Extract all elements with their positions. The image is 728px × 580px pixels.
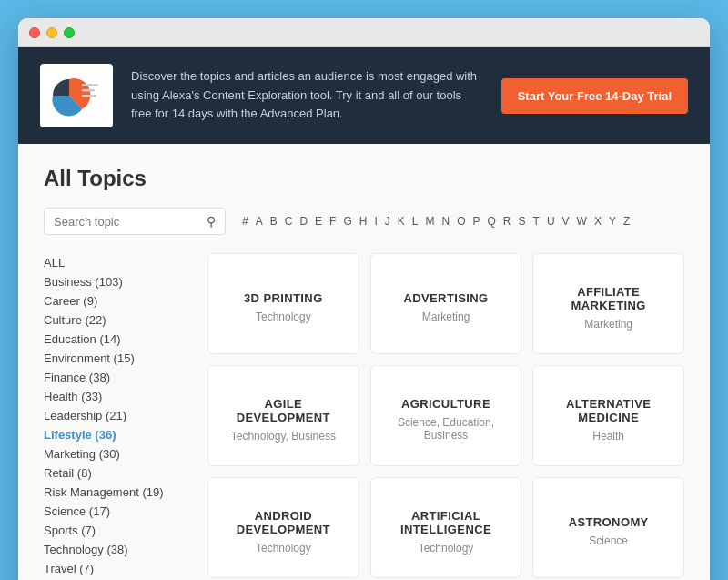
main-layout: ALLBusiness (103)Career (9)Culture (22)E… bbox=[44, 253, 684, 578]
alpha-char-p[interactable]: P bbox=[471, 214, 482, 229]
sidebar-item[interactable]: Risk Management (19) bbox=[44, 483, 193, 502]
alpha-char-g[interactable]: G bbox=[341, 214, 353, 229]
sidebar-item[interactable]: Culture (22) bbox=[44, 310, 193, 330]
topic-category: Technology, Business bbox=[231, 430, 336, 443]
alpha-char-a[interactable]: A bbox=[254, 214, 265, 229]
content-area: All Topics ⚲ #ABCDEFGHIJKLMNOPQRSTUVWXYZ… bbox=[18, 144, 710, 580]
alpha-char-x[interactable]: X bbox=[592, 214, 603, 229]
topic-card[interactable]: ADVERTISINGMarketing bbox=[370, 253, 522, 354]
sidebar-item[interactable]: Lifestyle (36) bbox=[44, 425, 193, 444]
alpha-char-b[interactable]: B bbox=[268, 214, 279, 229]
topic-category: Marketing bbox=[584, 318, 632, 331]
alphabet-nav: #ABCDEFGHIJKLMNOPQRSTUVWXYZ bbox=[240, 214, 632, 229]
topic-card[interactable]: AGILE DEVELOPMENTTechnology, Business bbox=[207, 365, 359, 466]
sidebar-item[interactable]: Science (17) bbox=[44, 502, 193, 521]
alpha-char-n[interactable]: N bbox=[440, 214, 451, 229]
topic-card[interactable]: ARTIFICIAL INTELLIGENCETechnology bbox=[370, 477, 522, 578]
topic-category: Science, Education, Business bbox=[382, 416, 511, 442]
sidebar: ALLBusiness (103)Career (9)Culture (22)E… bbox=[44, 253, 207, 578]
topic-name: ANDROID DEVELOPMENT bbox=[219, 509, 348, 536]
close-button[interactable] bbox=[29, 27, 40, 38]
svg-rect-3 bbox=[82, 95, 96, 97]
sidebar-item[interactable]: Travel (7) bbox=[44, 559, 193, 578]
topic-category: Technology bbox=[256, 310, 311, 323]
topic-category: Technology bbox=[256, 542, 311, 555]
topic-card[interactable]: AFFILIATE MARKETINGMarketing bbox=[532, 253, 684, 354]
titlebar bbox=[18, 18, 710, 47]
alpha-char-v[interactable]: V bbox=[561, 214, 571, 229]
topic-card[interactable]: ANDROID DEVELOPMENTTechnology bbox=[207, 477, 359, 578]
search-alphabet-row: ⚲ #ABCDEFGHIJKLMNOPQRSTUVWXYZ bbox=[44, 208, 684, 235]
sidebar-item[interactable]: Marketing (30) bbox=[44, 444, 193, 463]
topic-name: AGILE DEVELOPMENT bbox=[219, 397, 348, 424]
topic-name: 3D PRINTING bbox=[244, 291, 323, 305]
topic-card[interactable]: AGRICULTUREScience, Education, Business bbox=[370, 365, 522, 466]
alpha-char-z[interactable]: Z bbox=[622, 214, 632, 229]
alpha-char-w[interactable]: W bbox=[575, 214, 589, 229]
search-input[interactable] bbox=[54, 215, 207, 229]
trial-cta-button[interactable]: Start Your Free 14-Day Trial bbox=[501, 78, 688, 114]
sidebar-item[interactable]: Leadership (21) bbox=[44, 406, 193, 425]
search-box[interactable]: ⚲ bbox=[44, 208, 226, 235]
alpha-char-d[interactable]: D bbox=[298, 214, 309, 229]
topic-category: Technology bbox=[419, 542, 474, 555]
banner-description: Discover the topics and articles an audi… bbox=[131, 67, 483, 124]
sidebar-item[interactable]: Finance (38) bbox=[44, 368, 193, 387]
sidebar-item[interactable]: ALL bbox=[44, 253, 193, 272]
alpha-char-q[interactable]: Q bbox=[486, 214, 498, 229]
alpha-char-i[interactable]: I bbox=[372, 214, 379, 229]
topic-category: Health bbox=[592, 430, 624, 443]
sidebar-item[interactable]: Health (33) bbox=[44, 387, 193, 406]
topic-card[interactable]: ASTRONOMYScience bbox=[532, 477, 684, 578]
sidebar-item[interactable]: Sports (7) bbox=[44, 521, 193, 540]
topics-grid: 3D PRINTINGTechnologyADVERTISINGMarketin… bbox=[207, 253, 684, 578]
alpha-char-f[interactable]: F bbox=[328, 214, 338, 229]
app-window: Discover the topics and articles an audi… bbox=[18, 18, 710, 580]
alpha-char-l[interactable]: L bbox=[410, 214, 420, 229]
topic-name: AFFILIATE MARKETING bbox=[544, 285, 672, 312]
sidebar-item[interactable]: Career (9) bbox=[44, 291, 193, 310]
alpha-char-r[interactable]: R bbox=[501, 214, 513, 229]
alpha-char-e[interactable]: E bbox=[313, 214, 324, 229]
alpha-char-u[interactable]: U bbox=[545, 214, 557, 229]
alpha-char-t[interactable]: T bbox=[531, 214, 541, 229]
sidebar-item[interactable]: Retail (8) bbox=[44, 463, 193, 483]
minimize-button[interactable] bbox=[46, 27, 57, 38]
sidebar-item[interactable]: Environment (15) bbox=[44, 349, 193, 368]
alpha-char-o[interactable]: O bbox=[455, 214, 467, 229]
sidebar-item[interactable]: Education (14) bbox=[44, 330, 193, 349]
alpha-char-s[interactable]: S bbox=[517, 214, 528, 229]
alpha-char-j[interactable]: J bbox=[383, 214, 392, 229]
topic-card[interactable]: ALTERNATIVE MEDICINEHealth bbox=[532, 365, 684, 466]
topic-category: Science bbox=[589, 534, 628, 547]
topic-name: ADVERTISING bbox=[403, 291, 488, 305]
sidebar-item[interactable]: Technology (38) bbox=[44, 540, 193, 559]
alpha-char-k[interactable]: K bbox=[396, 214, 407, 229]
page-title: All Topics bbox=[44, 166, 684, 191]
maximize-button[interactable] bbox=[64, 27, 75, 38]
topic-name: ALTERNATIVE MEDICINE bbox=[544, 397, 672, 424]
alpha-char-c[interactable]: C bbox=[283, 214, 295, 229]
promo-banner: Discover the topics and articles an audi… bbox=[18, 47, 710, 144]
alpha-char-y[interactable]: Y bbox=[607, 214, 618, 229]
topic-name: AGRICULTURE bbox=[401, 397, 490, 411]
svg-rect-1 bbox=[82, 84, 98, 86]
topic-name: ASTRONOMY bbox=[569, 515, 649, 529]
topic-category: Marketing bbox=[422, 310, 470, 323]
topic-name: ARTIFICIAL INTELLIGENCE bbox=[382, 509, 511, 536]
topic-card[interactable]: 3D PRINTINGTechnology bbox=[207, 253, 359, 354]
alpha-char-h[interactable]: H bbox=[358, 214, 369, 229]
alpha-char-#[interactable]: # bbox=[240, 214, 250, 229]
search-icon[interactable]: ⚲ bbox=[207, 214, 216, 229]
banner-logo bbox=[40, 64, 113, 127]
svg-rect-2 bbox=[82, 89, 95, 92]
alpha-char-m[interactable]: M bbox=[423, 214, 436, 229]
sidebar-item[interactable]: Business (103) bbox=[44, 272, 193, 291]
